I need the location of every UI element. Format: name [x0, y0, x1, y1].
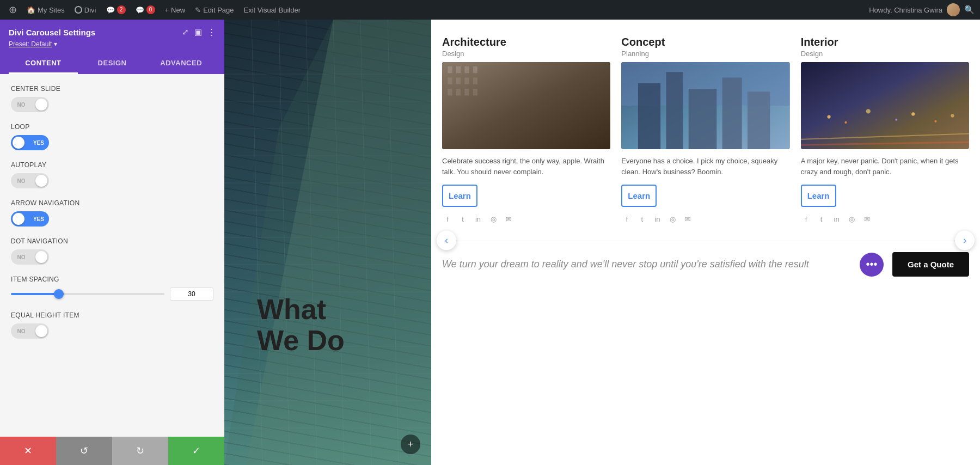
- card-concept-subtitle: Planning: [621, 50, 789, 58]
- svg-rect-27: [473, 66, 477, 73]
- updates-menu[interactable]: 💬 0: [132, 0, 158, 20]
- svg-rect-26: [464, 66, 469, 73]
- carousel-next-button[interactable]: ›: [955, 230, 975, 250]
- facebook-icon[interactable]: f: [442, 213, 453, 224]
- save-button[interactable]: ✓: [168, 437, 224, 465]
- loop-setting: Loop YES: [11, 123, 213, 150]
- search-icon[interactable]: 🔍: [964, 5, 975, 15]
- svg-line-5: [388, 20, 399, 465]
- card-architecture-title: Architecture: [442, 36, 610, 48]
- hero-section: What We Do +: [224, 20, 431, 465]
- svg-rect-38: [638, 83, 660, 149]
- arrow-nav-knob: [13, 213, 24, 225]
- svg-point-48: [911, 112, 915, 115]
- admin-bar-right: Howdy, Christina Gwira 🔍: [869, 3, 975, 16]
- quote-action: ••• Get a Quote: [860, 252, 969, 277]
- linkedin-icon[interactable]: in: [652, 213, 663, 224]
- instagram-icon[interactable]: ◎: [847, 213, 857, 224]
- comments-menu[interactable]: 💬 2: [103, 0, 129, 20]
- carousel-prev-button[interactable]: ‹: [437, 230, 456, 250]
- instagram-icon[interactable]: ◎: [488, 213, 499, 224]
- more-icon[interactable]: ⋮: [207, 27, 216, 37]
- hero-text: What We Do: [257, 294, 345, 356]
- card-interior-subtitle: Design: [801, 50, 969, 58]
- preset-selector[interactable]: Preset: Default ▾: [9, 40, 216, 48]
- loop-toggle[interactable]: YES: [11, 135, 49, 150]
- svg-rect-35: [473, 89, 477, 95]
- divi-menu[interactable]: Divi: [71, 0, 100, 20]
- panel-content: Center Slide NO Loop YES AutoPlay NO: [0, 74, 224, 437]
- layout-icon[interactable]: ▣: [194, 27, 202, 37]
- hero-add-button[interactable]: +: [401, 435, 420, 454]
- card-interior-learn-btn[interactable]: Learn: [801, 185, 836, 207]
- tab-advanced[interactable]: Advanced: [146, 53, 216, 74]
- facebook-icon[interactable]: f: [621, 213, 632, 224]
- svg-point-50: [951, 114, 954, 117]
- item-spacing-slider-track[interactable]: [11, 293, 164, 295]
- card-architecture-learn-btn[interactable]: Learn: [442, 185, 477, 207]
- twitter-icon[interactable]: t: [457, 213, 468, 224]
- item-spacing-fill: [11, 293, 57, 295]
- loop-label: Loop: [11, 123, 213, 131]
- instagram-icon[interactable]: ◎: [667, 213, 678, 224]
- email-icon[interactable]: ✉: [682, 213, 693, 224]
- tab-design[interactable]: Design: [78, 53, 147, 74]
- center-slide-toggle[interactable]: NO: [11, 97, 49, 112]
- cancel-button[interactable]: ✕: [0, 437, 56, 465]
- dot-nav-knob: [35, 251, 47, 263]
- admin-bar: ⊕ 🏠 My Sites Divi 💬 2 💬 0 + New ✎ Edit P…: [0, 0, 980, 20]
- svg-point-47: [895, 119, 897, 121]
- facebook-icon[interactable]: f: [801, 213, 812, 224]
- wp-logo[interactable]: ⊕: [5, 0, 20, 20]
- email-icon[interactable]: ✉: [862, 213, 873, 224]
- tab-content[interactable]: Content: [9, 53, 78, 74]
- twitter-icon[interactable]: t: [636, 213, 647, 224]
- twitter-icon[interactable]: t: [816, 213, 827, 224]
- autoplay-setting: AutoPlay NO: [11, 161, 213, 188]
- redo-button[interactable]: ↻: [112, 437, 168, 465]
- email-icon[interactable]: ✉: [503, 213, 514, 224]
- main-layout: Divi Carousel Settings ⤢ ▣ ⋮ Preset: Def…: [0, 20, 980, 465]
- edit-page-button[interactable]: ✎ Edit Page: [192, 0, 237, 20]
- equal-height-setting: Equal Height Item NO: [11, 311, 213, 339]
- dots-menu-button[interactable]: •••: [860, 253, 884, 277]
- panel-title-row: Divi Carousel Settings ⤢ ▣ ⋮: [9, 27, 216, 37]
- card-concept-learn-btn[interactable]: Learn: [621, 185, 657, 207]
- equal-height-toggle[interactable]: NO: [11, 323, 49, 339]
- new-button[interactable]: + New: [162, 0, 189, 20]
- equal-height-label: Equal Height Item: [11, 311, 213, 319]
- svg-point-46: [866, 109, 870, 113]
- user-avatar[interactable]: [947, 3, 960, 16]
- panel-header: Divi Carousel Settings ⤢ ▣ ⋮ Preset: Def…: [0, 20, 224, 74]
- svg-marker-21: [224, 20, 431, 465]
- dot-nav-toggle[interactable]: NO: [11, 249, 49, 265]
- svg-rect-28: [448, 77, 452, 84]
- item-spacing-thumb[interactable]: [54, 289, 64, 299]
- bottom-quote-text: We turn your dream to reality and we'll …: [442, 257, 849, 272]
- center-slide-knob: [35, 99, 47, 111]
- svg-rect-32: [448, 89, 452, 95]
- svg-line-4: [360, 20, 371, 465]
- center-slide-setting: Center Slide NO: [11, 85, 213, 112]
- arrow-nav-toggle[interactable]: YES: [11, 211, 49, 227]
- svg-line-3: [333, 20, 344, 465]
- autoplay-toggle[interactable]: NO: [11, 173, 49, 188]
- center-slide-label: Center Slide: [11, 85, 213, 93]
- my-sites-menu[interactable]: 🏠 My Sites: [23, 0, 68, 20]
- fullscreen-icon[interactable]: ⤢: [182, 27, 189, 37]
- item-spacing-label: Item Spacing: [11, 276, 213, 283]
- linkedin-icon[interactable]: in: [831, 213, 842, 224]
- dot-nav-label: Dot Navigation: [11, 237, 213, 245]
- exit-visual-builder-button[interactable]: Exit Visual Builder: [241, 0, 304, 20]
- arrow-nav-label: Arrow Navigation: [11, 199, 213, 207]
- card-architecture-subtitle: Design: [442, 50, 610, 58]
- card-architecture: Architecture Design: [442, 36, 610, 224]
- svg-rect-31: [473, 77, 477, 84]
- item-spacing-input[interactable]: 30: [170, 287, 213, 301]
- panel-bottom-bar: ✕ ↺ ↻ ✓: [0, 437, 224, 465]
- hero-building-bg: [224, 20, 431, 465]
- get-quote-button[interactable]: Get a Quote: [892, 252, 969, 277]
- svg-point-44: [827, 115, 830, 119]
- linkedin-icon[interactable]: in: [473, 213, 483, 224]
- undo-button[interactable]: ↺: [56, 437, 112, 465]
